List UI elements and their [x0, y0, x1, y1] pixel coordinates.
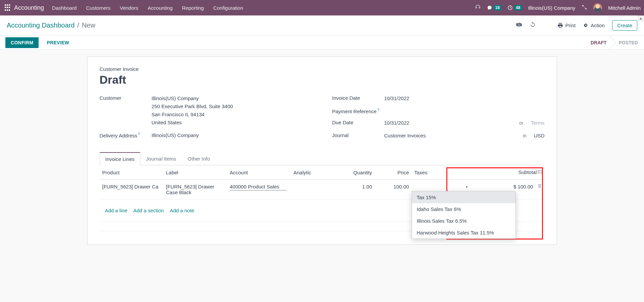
status-bar: CONFIRM PREVIEW DRAFT POSTED — [0, 36, 644, 50]
help-icon[interactable]: ? — [377, 108, 379, 112]
cell-label[interactable]: [FURN_5623] Drawer Case Black — [163, 180, 227, 200]
currency-value[interactable]: USD — [534, 132, 545, 140]
app-brand[interactable]: Accounting — [14, 4, 44, 11]
taxes-dropdown: Tax 15% Idaho Sales Tax 6% Illinois Sale… — [412, 191, 516, 239]
nav-links: Dashboard Customers Vendors Accounting R… — [52, 5, 243, 11]
due-or-label: or — [519, 119, 523, 127]
value-customer[interactable]: Illinois(US) Company 250 Executive Park … — [152, 94, 312, 127]
label-invoice-date: Invoice Date — [332, 94, 384, 101]
chevron-down-icon[interactable]: ▾ — [466, 185, 468, 189]
customer-country: United States — [152, 119, 312, 127]
status-stages: DRAFT POSTED — [585, 36, 644, 49]
cloud-upload-icon[interactable] — [516, 21, 522, 30]
preview-button[interactable]: PREVIEW — [43, 37, 72, 48]
cell-taxes[interactable]: ▾ Tax 15% Idaho Sales Tax 6% Illinois Sa… — [412, 180, 472, 200]
avatar[interactable] — [593, 3, 602, 12]
activities-badge: 48 — [514, 5, 522, 10]
account-value: 400000 Product Sales — [230, 184, 287, 190]
messages-indicator[interactable]: 18 — [487, 5, 501, 10]
discard-icon[interactable] — [530, 21, 536, 30]
control-bar: Accounting Dashboard / New Print Action … — [0, 15, 644, 36]
customer-name: Illinois(US) Company — [152, 94, 312, 102]
activities-indicator[interactable]: 48 — [507, 5, 522, 10]
tax-option[interactable]: Illinois Sales Tax 6.5% — [412, 215, 515, 227]
debug-icon[interactable] — [581, 4, 587, 11]
support-icon[interactable] — [475, 4, 481, 11]
label-delivery-address: Delivery Address? — [100, 131, 152, 138]
tabs: Invoice Lines Journal Items Other Info — [100, 152, 545, 165]
status-draft[interactable]: DRAFT — [585, 36, 612, 49]
terms-placeholder[interactable]: Terms — [531, 119, 545, 127]
column-settings-icon[interactable] — [537, 169, 542, 175]
tab-other-info[interactable]: Other Info — [182, 152, 216, 165]
value-invoice-date[interactable]: 10/31/2022 — [384, 94, 545, 102]
value-due-date[interactable]: 10/31/2022 or Terms — [384, 119, 545, 127]
confirm-button[interactable]: CONFIRM — [5, 37, 39, 48]
help-icon[interactable]: ? — [138, 132, 140, 136]
trash-icon[interactable] — [537, 184, 542, 189]
journal-value: Customer Invoices — [384, 132, 426, 140]
th-subtotal-text: Subtotal — [518, 169, 537, 175]
sheet-wrap: Customer Invoice Draft Customer Illinois… — [0, 50, 644, 258]
value-journal[interactable]: Customer Invoices in USD — [384, 132, 545, 140]
breadcrumb: Accounting Dashboard / New — [7, 21, 95, 29]
add-note-link[interactable]: Add a note — [170, 208, 194, 213]
th-taxes[interactable]: Taxes — [412, 165, 472, 180]
th-analytic[interactable]: Analytic — [291, 165, 338, 180]
journal-in-label: in — [523, 132, 527, 139]
apps-icon[interactable] — [5, 4, 11, 11]
form-sheet: Customer Invoice Draft Customer Illinois… — [87, 56, 557, 245]
taxes-input[interactable]: ▾ — [414, 184, 469, 190]
nav-link-dashboard[interactable]: Dashboard — [52, 5, 77, 11]
subtotal-value: $ 100.00 — [513, 184, 533, 189]
user-menu[interactable]: Mitchell Admin — [608, 5, 641, 11]
field-payment-reference: Payment Reference? — [332, 107, 545, 114]
action-label: Action — [591, 23, 605, 28]
nav-link-configuration[interactable]: Configuration — [213, 5, 243, 11]
form-col-left: Customer Illinois(US) Company 250 Execut… — [100, 94, 312, 144]
nav-link-accounting[interactable]: Accounting — [148, 5, 172, 11]
value-delivery-address[interactable]: Illinois(US) Company — [152, 131, 312, 139]
tax-option[interactable]: Tax 15% — [412, 191, 515, 203]
cell-price[interactable]: 100.00 — [375, 180, 412, 200]
form-type-label: Customer Invoice — [100, 66, 545, 72]
label-customer: Customer — [100, 94, 152, 101]
cell-product[interactable]: [FURN_5623] Drawer Ca — [100, 180, 163, 200]
tab-invoice-lines[interactable]: Invoice Lines — [100, 152, 141, 165]
customer-addr1: 250 Executive Park Blvd, Suite 3400 — [152, 102, 312, 111]
table-header-row: Product Label Account Analytic Quantity … — [100, 165, 545, 180]
cell-account[interactable]: 400000 Product Sales — [227, 180, 291, 200]
top-nav: Accounting Dashboard Customers Vendors A… — [0, 0, 644, 15]
field-due-date: Due Date 10/31/2022 or Terms — [332, 119, 545, 127]
control-right: Print Action Create — [516, 20, 637, 31]
create-button[interactable]: Create — [612, 20, 637, 31]
add-line-link[interactable]: Add a line — [105, 208, 128, 213]
scroll-up-icon[interactable]: ▲ — [638, 15, 644, 21]
tax-option[interactable]: Harwood Heights Sales Tax 11.5% — [412, 227, 515, 239]
table-row[interactable]: [FURN_5623] Drawer Ca [FURN_5623] Drawer… — [100, 180, 545, 200]
th-label[interactable]: Label — [163, 165, 227, 180]
form-grid: Customer Illinois(US) Company 250 Execut… — [100, 94, 545, 144]
breadcrumb-root[interactable]: Accounting Dashboard — [7, 21, 75, 29]
print-button[interactable]: Print — [557, 23, 576, 28]
th-price[interactable]: Price — [375, 165, 412, 180]
nav-link-reporting[interactable]: Reporting — [182, 5, 204, 11]
messages-badge: 18 — [494, 5, 501, 10]
add-section-link[interactable]: Add a section — [133, 208, 164, 213]
th-account[interactable]: Account — [227, 165, 291, 180]
due-date-value: 10/31/2022 — [384, 119, 409, 127]
tab-journal-items[interactable]: Journal Items — [140, 152, 182, 165]
nav-link-vendors[interactable]: Vendors — [120, 5, 138, 11]
tax-option[interactable]: Idaho Sales Tax 6% — [412, 203, 515, 215]
status-posted[interactable]: POSTED — [612, 36, 644, 49]
company-switcher[interactable]: Illinois(US) Company — [528, 5, 575, 11]
th-product[interactable]: Product — [100, 165, 163, 180]
th-subtotal[interactable]: Subtotal — [472, 165, 545, 180]
cell-analytic[interactable] — [291, 180, 338, 200]
nav-right: 18 48 Illinois(US) Company Mitchell Admi… — [475, 3, 641, 12]
breadcrumb-current: New — [82, 21, 95, 29]
cell-quantity[interactable]: 1.00 — [338, 180, 375, 200]
th-quantity[interactable]: Quantity — [338, 165, 375, 180]
action-button[interactable]: Action — [583, 23, 605, 28]
nav-link-customers[interactable]: Customers — [86, 5, 110, 11]
